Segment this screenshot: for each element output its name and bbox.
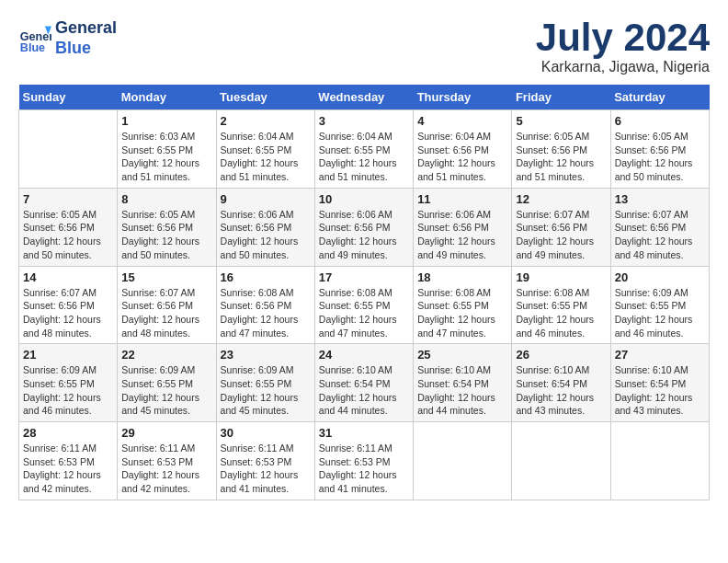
daylight-label: Daylight: 12 hours and 43 minutes. xyxy=(615,392,693,417)
sunrise-label: Sunrise: 6:10 AM xyxy=(516,364,589,375)
day-info: Sunrise: 6:06 AM Sunset: 6:56 PM Dayligh… xyxy=(221,208,311,262)
calendar-cell: 20 Sunrise: 6:09 AM Sunset: 6:55 PM Dayl… xyxy=(610,266,709,344)
day-info: Sunrise: 6:05 AM Sunset: 6:56 PM Dayligh… xyxy=(615,130,705,184)
sunrise-label: Sunrise: 6:08 AM xyxy=(516,287,589,298)
weekday-header: Saturday xyxy=(610,85,709,110)
daylight-label: Daylight: 12 hours and 49 minutes. xyxy=(319,236,397,260)
daylight-label: Daylight: 12 hours and 48 minutes. xyxy=(121,314,199,339)
day-number: 7 xyxy=(23,192,113,206)
sunrise-label: Sunrise: 6:05 AM xyxy=(516,131,589,142)
sunset-label: Sunset: 6:55 PM xyxy=(23,378,95,389)
calendar-week-row: 14 Sunrise: 6:07 AM Sunset: 6:56 PM Dayl… xyxy=(19,266,710,344)
sunset-label: Sunset: 6:56 PM xyxy=(417,144,489,155)
daylight-label: Daylight: 12 hours and 42 minutes. xyxy=(23,469,101,494)
sunset-label: Sunset: 6:56 PM xyxy=(23,300,95,311)
sunset-label: Sunset: 6:56 PM xyxy=(615,222,687,233)
daylight-label: Daylight: 12 hours and 49 minutes. xyxy=(417,236,495,260)
calendar-cell: 23 Sunrise: 6:09 AM Sunset: 6:55 PM Dayl… xyxy=(216,344,314,422)
day-info: Sunrise: 6:07 AM Sunset: 6:56 PM Dayligh… xyxy=(23,286,113,340)
daylight-label: Daylight: 12 hours and 45 minutes. xyxy=(221,392,299,417)
sunset-label: Sunset: 6:55 PM xyxy=(121,144,193,155)
day-number: 20 xyxy=(615,270,705,284)
day-number: 24 xyxy=(319,348,409,362)
daylight-label: Daylight: 12 hours and 47 minutes. xyxy=(417,314,495,339)
daylight-label: Daylight: 12 hours and 51 minutes. xyxy=(121,157,199,182)
sunset-label: Sunset: 6:56 PM xyxy=(221,300,292,311)
weekday-header: Sunday xyxy=(19,85,118,110)
calendar-header: SundayMondayTuesdayWednesdayThursdayFrid… xyxy=(19,85,710,110)
daylight-label: Daylight: 12 hours and 42 minutes. xyxy=(121,469,199,494)
day-info: Sunrise: 6:04 AM Sunset: 6:55 PM Dayligh… xyxy=(319,130,409,184)
day-number: 2 xyxy=(221,114,311,128)
sunrise-label: Sunrise: 6:10 AM xyxy=(615,364,688,375)
sunset-label: Sunset: 6:55 PM xyxy=(221,144,292,155)
daylight-label: Daylight: 12 hours and 49 minutes. xyxy=(516,236,594,260)
calendar-cell: 12 Sunrise: 6:07 AM Sunset: 6:56 PM Dayl… xyxy=(512,188,610,266)
sunrise-label: Sunrise: 6:08 AM xyxy=(417,287,491,298)
sunset-label: Sunset: 6:56 PM xyxy=(221,222,292,233)
sunrise-label: Sunrise: 6:07 AM xyxy=(516,209,589,220)
daylight-label: Daylight: 12 hours and 41 minutes. xyxy=(319,469,397,494)
sunset-label: Sunset: 6:54 PM xyxy=(319,378,391,389)
sunrise-label: Sunrise: 6:07 AM xyxy=(23,287,97,298)
daylight-label: Daylight: 12 hours and 45 minutes. xyxy=(121,392,199,417)
day-number: 22 xyxy=(121,348,211,362)
logo-icon: General Blue xyxy=(18,22,51,55)
day-number: 27 xyxy=(615,348,705,362)
calendar-cell: 4 Sunrise: 6:04 AM Sunset: 6:56 PM Dayli… xyxy=(414,110,512,189)
sunset-label: Sunset: 6:56 PM xyxy=(23,222,95,233)
sunset-label: Sunset: 6:55 PM xyxy=(417,300,489,311)
sunrise-label: Sunrise: 6:09 AM xyxy=(615,287,688,298)
day-info: Sunrise: 6:06 AM Sunset: 6:56 PM Dayligh… xyxy=(319,208,409,262)
sunset-label: Sunset: 6:55 PM xyxy=(615,300,687,311)
daylight-label: Daylight: 12 hours and 50 minutes. xyxy=(121,236,199,260)
sunset-label: Sunset: 6:53 PM xyxy=(221,456,292,467)
day-number: 10 xyxy=(319,192,409,206)
day-number: 9 xyxy=(221,192,311,206)
calendar-cell: 3 Sunrise: 6:04 AM Sunset: 6:55 PM Dayli… xyxy=(314,110,413,189)
day-info: Sunrise: 6:08 AM Sunset: 6:55 PM Dayligh… xyxy=(417,286,507,340)
day-info: Sunrise: 6:11 AM Sunset: 6:53 PM Dayligh… xyxy=(221,442,311,496)
sunrise-label: Sunrise: 6:11 AM xyxy=(23,442,97,454)
sunrise-label: Sunrise: 6:06 AM xyxy=(417,209,491,220)
day-info: Sunrise: 6:09 AM Sunset: 6:55 PM Dayligh… xyxy=(23,363,113,418)
calendar-cell: 1 Sunrise: 6:03 AM Sunset: 6:55 PM Dayli… xyxy=(118,110,216,189)
calendar-cell xyxy=(19,110,118,189)
calendar-cell: 27 Sunrise: 6:10 AM Sunset: 6:54 PM Dayl… xyxy=(610,344,709,422)
sunrise-label: Sunrise: 6:09 AM xyxy=(23,364,97,375)
sunrise-label: Sunrise: 6:06 AM xyxy=(221,209,294,220)
calendar-table: SundayMondayTuesdayWednesdayThursdayFrid… xyxy=(18,85,710,500)
calendar-cell: 15 Sunrise: 6:07 AM Sunset: 6:56 PM Dayl… xyxy=(118,266,216,344)
daylight-label: Daylight: 12 hours and 47 minutes. xyxy=(319,314,397,339)
sunset-label: Sunset: 6:56 PM xyxy=(121,222,193,233)
sunrise-label: Sunrise: 6:10 AM xyxy=(417,364,491,375)
weekday-header: Thursday xyxy=(414,85,512,110)
calendar-cell: 28 Sunrise: 6:11 AM Sunset: 6:53 PM Dayl… xyxy=(19,422,118,500)
daylight-label: Daylight: 12 hours and 46 minutes. xyxy=(23,392,101,417)
calendar-week-row: 7 Sunrise: 6:05 AM Sunset: 6:56 PM Dayli… xyxy=(19,188,710,266)
calendar-cell xyxy=(414,422,512,500)
sunrise-label: Sunrise: 6:08 AM xyxy=(319,287,392,298)
daylight-label: Daylight: 12 hours and 44 minutes. xyxy=(417,392,495,417)
day-number: 19 xyxy=(516,270,606,284)
calendar-cell xyxy=(610,422,709,500)
day-info: Sunrise: 6:05 AM Sunset: 6:56 PM Dayligh… xyxy=(23,208,113,262)
daylight-label: Daylight: 12 hours and 48 minutes. xyxy=(23,314,101,339)
sunrise-label: Sunrise: 6:04 AM xyxy=(319,131,392,142)
calendar-cell: 18 Sunrise: 6:08 AM Sunset: 6:55 PM Dayl… xyxy=(414,266,512,344)
day-info: Sunrise: 6:11 AM Sunset: 6:53 PM Dayligh… xyxy=(121,442,211,496)
sunset-label: Sunset: 6:55 PM xyxy=(319,300,391,311)
day-info: Sunrise: 6:10 AM Sunset: 6:54 PM Dayligh… xyxy=(319,363,409,418)
sunset-label: Sunset: 6:56 PM xyxy=(417,222,489,233)
daylight-label: Daylight: 12 hours and 50 minutes. xyxy=(23,236,101,260)
day-info: Sunrise: 6:06 AM Sunset: 6:56 PM Dayligh… xyxy=(417,208,507,262)
day-number: 25 xyxy=(417,348,507,362)
svg-text:Blue: Blue xyxy=(20,41,45,54)
day-info: Sunrise: 6:08 AM Sunset: 6:55 PM Dayligh… xyxy=(516,286,606,340)
sunrise-label: Sunrise: 6:04 AM xyxy=(221,131,294,142)
day-number: 23 xyxy=(221,348,311,362)
calendar-cell: 24 Sunrise: 6:10 AM Sunset: 6:54 PM Dayl… xyxy=(314,344,413,422)
sunrise-label: Sunrise: 6:07 AM xyxy=(615,209,688,220)
day-info: Sunrise: 6:07 AM Sunset: 6:56 PM Dayligh… xyxy=(121,286,211,340)
day-info: Sunrise: 6:07 AM Sunset: 6:56 PM Dayligh… xyxy=(615,208,705,262)
